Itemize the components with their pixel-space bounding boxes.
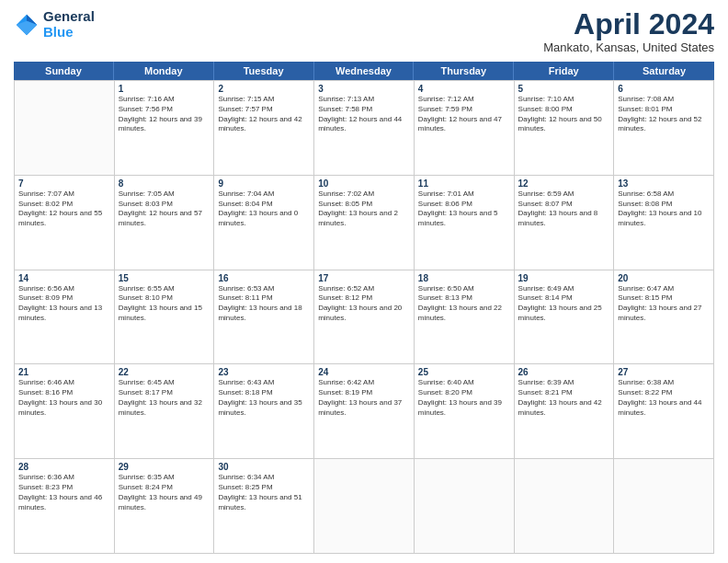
title-section: April 2024 Mankato, Kansas, United State… [543,9,714,54]
location: Mankato, Kansas, United States [543,40,714,54]
cal-cell [314,459,415,554]
cell-info: Sunrise: 6:42 AMSunset: 8:19 PMDaylight:… [318,378,410,418]
day-header-friday: Friday [514,62,614,80]
cell-info: Sunrise: 7:07 AMSunset: 8:02 PMDaylight:… [18,190,110,229]
cell-info: Sunrise: 6:50 AMSunset: 8:13 PMDaylight:… [418,284,510,324]
cell-info: Sunrise: 6:35 AMSunset: 8:24 PMDaylight:… [119,473,210,512]
cell-info: Sunrise: 6:40 AMSunset: 8:20 PMDaylight:… [418,378,510,418]
cal-cell: 15Sunrise: 6:55 AMSunset: 8:10 PMDayligh… [115,270,215,365]
cell-info: Sunrise: 7:10 AMSunset: 8:00 PMDaylight:… [518,95,610,134]
cell-date: 2 [218,84,310,94]
cell-date: 26 [518,367,610,377]
cal-cell: 21Sunrise: 6:46 AMSunset: 8:16 PMDayligh… [15,364,115,459]
cell-info: Sunrise: 6:45 AMSunset: 8:17 PMDaylight:… [119,378,210,418]
cell-date: 23 [218,367,310,377]
cal-cell: 16Sunrise: 6:53 AMSunset: 8:11 PMDayligh… [214,270,314,365]
cell-info: Sunrise: 6:53 AMSunset: 8:11 PMDaylight:… [218,284,310,324]
cell-date: 19 [518,273,610,283]
cell-info: Sunrise: 6:49 AMSunset: 8:14 PMDaylight:… [518,284,610,324]
cell-info: Sunrise: 7:02 AMSunset: 8:05 PMDaylight:… [318,190,410,229]
day-header-monday: Monday [114,62,214,80]
cal-cell: 8Sunrise: 7:05 AMSunset: 8:03 PMDaylight… [115,176,215,270]
header: General Blue April 2024 Mankato, Kansas,… [14,9,714,54]
cal-row: 14Sunrise: 6:56 AMSunset: 8:09 PMDayligh… [15,270,714,365]
cell-info: Sunrise: 7:13 AMSunset: 7:58 PMDaylight:… [318,95,410,134]
cell-date: 9 [218,178,310,189]
cell-date: 1 [119,84,210,94]
cell-info: Sunrise: 7:16 AMSunset: 7:56 PMDaylight:… [119,95,210,134]
cell-date: 13 [618,178,710,189]
cell-info: Sunrise: 7:04 AMSunset: 8:04 PMDaylight:… [218,190,310,229]
cell-date: 12 [518,178,610,189]
cell-info: Sunrise: 7:05 AMSunset: 8:03 PMDaylight:… [119,190,210,229]
calendar-header: SundayMondayTuesdayWednesdayThursdayFrid… [14,62,714,80]
cell-date: 7 [18,178,110,189]
cell-info: Sunrise: 7:15 AMSunset: 7:57 PMDaylight:… [218,95,310,134]
cell-info: Sunrise: 6:47 AMSunset: 8:15 PMDaylight:… [618,284,710,324]
cal-row: 7Sunrise: 7:07 AMSunset: 8:02 PMDaylight… [15,176,714,270]
cal-cell: 28Sunrise: 6:36 AMSunset: 8:23 PMDayligh… [15,459,115,554]
cal-cell: 27Sunrise: 6:38 AMSunset: 8:22 PMDayligh… [614,364,714,459]
cal-cell: 13Sunrise: 6:58 AMSunset: 8:08 PMDayligh… [614,176,714,270]
cell-date: 3 [318,84,410,94]
cell-date: 18 [418,273,510,283]
cell-date: 4 [418,84,510,94]
cal-cell: 23Sunrise: 6:43 AMSunset: 8:18 PMDayligh… [214,364,314,459]
cell-date: 11 [418,178,510,189]
day-header-sunday: Sunday [14,62,114,80]
cell-info: Sunrise: 6:58 AMSunset: 8:08 PMDaylight:… [618,190,710,229]
cal-cell: 24Sunrise: 6:42 AMSunset: 8:19 PMDayligh… [314,364,415,459]
cal-cell: 10Sunrise: 7:02 AMSunset: 8:05 PMDayligh… [314,176,415,270]
cal-row: 1Sunrise: 7:16 AMSunset: 7:56 PMDaylight… [15,81,714,176]
page: General Blue April 2024 Mankato, Kansas,… [0,0,728,563]
logo-line1: General [43,8,95,24]
cal-cell [614,459,714,554]
cal-cell [415,459,515,554]
cell-date: 10 [318,178,410,189]
cal-cell: 26Sunrise: 6:39 AMSunset: 8:21 PMDayligh… [515,364,615,459]
cal-row: 28Sunrise: 6:36 AMSunset: 8:23 PMDayligh… [15,459,714,554]
cell-date: 6 [618,84,710,94]
cal-cell: 19Sunrise: 6:49 AMSunset: 8:14 PMDayligh… [515,270,615,365]
cell-info: Sunrise: 6:46 AMSunset: 8:16 PMDaylight:… [18,378,110,418]
cell-date: 21 [18,367,110,377]
cal-cell: 11Sunrise: 7:01 AMSunset: 8:06 PMDayligh… [415,176,515,270]
cal-cell: 12Sunrise: 6:59 AMSunset: 8:07 PMDayligh… [515,176,615,270]
cell-date: 20 [618,273,710,283]
cal-row: 21Sunrise: 6:46 AMSunset: 8:16 PMDayligh… [15,364,714,459]
cell-date: 30 [218,462,310,472]
cal-cell: 25Sunrise: 6:40 AMSunset: 8:20 PMDayligh… [415,364,515,459]
cal-cell: 30Sunrise: 6:34 AMSunset: 8:25 PMDayligh… [214,459,314,554]
cell-info: Sunrise: 6:34 AMSunset: 8:25 PMDaylight:… [218,473,310,512]
cal-cell: 29Sunrise: 6:35 AMSunset: 8:24 PMDayligh… [115,459,215,554]
cell-info: Sunrise: 6:43 AMSunset: 8:18 PMDaylight:… [218,378,310,418]
cal-cell: 14Sunrise: 6:56 AMSunset: 8:09 PMDayligh… [15,270,115,365]
cell-date: 29 [119,462,210,472]
cal-cell: 20Sunrise: 6:47 AMSunset: 8:15 PMDayligh… [614,270,714,365]
cal-cell: 3Sunrise: 7:13 AMSunset: 7:58 PMDaylight… [314,81,415,176]
cal-cell: 4Sunrise: 7:12 AMSunset: 7:59 PMDaylight… [415,81,515,176]
cell-date: 24 [318,367,410,377]
cell-info: Sunrise: 6:39 AMSunset: 8:21 PMDaylight:… [518,378,610,418]
day-header-saturday: Saturday [614,62,714,80]
cell-info: Sunrise: 7:12 AMSunset: 7:59 PMDaylight:… [418,95,510,134]
cell-date: 28 [18,462,110,472]
cell-date: 15 [119,273,210,283]
cal-cell: 2Sunrise: 7:15 AMSunset: 7:57 PMDaylight… [214,81,314,176]
cell-date: 8 [119,178,210,189]
cal-cell: 17Sunrise: 6:52 AMSunset: 8:12 PMDayligh… [314,270,415,365]
cell-date: 22 [119,367,210,377]
cal-cell [515,459,615,554]
cell-date: 5 [518,84,610,94]
month-title: April 2024 [543,9,714,39]
logo-icon [14,12,40,38]
cell-date: 17 [318,273,410,283]
cell-info: Sunrise: 6:52 AMSunset: 8:12 PMDaylight:… [318,284,410,324]
cal-cell: 9Sunrise: 7:04 AMSunset: 8:04 PMDaylight… [214,176,314,270]
day-header-wednesday: Wednesday [314,62,415,80]
cell-info: Sunrise: 6:55 AMSunset: 8:10 PMDaylight:… [119,284,210,324]
cell-info: Sunrise: 7:01 AMSunset: 8:06 PMDaylight:… [418,190,510,229]
cell-date: 16 [218,273,310,283]
calendar: SundayMondayTuesdayWednesdayThursdayFrid… [14,62,714,554]
cell-info: Sunrise: 6:38 AMSunset: 8:22 PMDaylight:… [618,378,710,418]
